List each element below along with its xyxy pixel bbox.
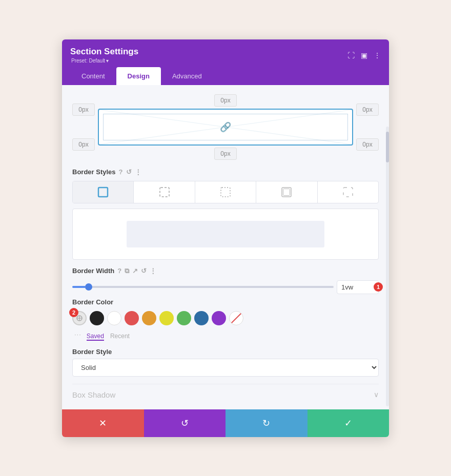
svg-rect-7 <box>343 188 353 197</box>
border-style-dotted[interactable] <box>195 181 256 203</box>
color-swatches: 2 <box>72 311 379 325</box>
color-picker-swatch-wrapper: 2 <box>72 311 87 325</box>
box-shadow-row[interactable]: Box Shadow ∨ <box>72 384 379 401</box>
reset-button[interactable]: ↺ <box>144 409 226 437</box>
scrollbar-track <box>386 127 389 406</box>
help-bw-icon[interactable]: ? <box>117 267 121 275</box>
panel-header: Section Settings Preset: Default▾ ⛶ ▣ ⋮ … <box>62 39 389 85</box>
color-swatch-orange[interactable] <box>142 311 156 325</box>
tab-content[interactable]: Content <box>70 67 116 85</box>
panel-title-group: Section Settings Preset: Default▾ <box>70 47 138 64</box>
border-width-range <box>72 286 334 288</box>
border-width-label: Border Width ? ⧉ ↗ ↺ ⋮ <box>72 267 379 275</box>
border-width-input-wrap: 1 <box>337 280 379 294</box>
color-swatch-white[interactable] <box>107 311 121 325</box>
padding-box: 🔗 <box>98 109 353 146</box>
border-style-select-wrap: Border Style Solid Dashed Dotted Double … <box>72 348 379 377</box>
padding-left-top[interactable]: 0px <box>72 104 95 116</box>
reset-border-style-icon[interactable]: ↺ <box>126 168 132 176</box>
color-swatch-green[interactable] <box>177 311 191 325</box>
more-border-style-icon[interactable]: ⋮ <box>135 168 141 176</box>
more-bw-icon[interactable]: ⋮ <box>150 267 156 275</box>
help-icon[interactable]: ? <box>119 168 123 176</box>
tab-design[interactable]: Design <box>116 67 161 85</box>
border-width-input[interactable] <box>337 280 379 294</box>
border-style-select-label: Border Style <box>72 348 379 356</box>
cancel-button[interactable]: ✕ <box>62 409 144 437</box>
border-color-section: Border Color 2 <box>72 298 379 341</box>
fullscreen-icon[interactable]: ⛶ <box>347 51 355 59</box>
color-tab-saved[interactable]: Saved <box>87 333 104 341</box>
border-preview-inner <box>127 221 324 247</box>
split-view-icon[interactable]: ▣ <box>361 51 367 59</box>
padding-right-bottom[interactable]: 0px <box>356 138 379 151</box>
color-tabs: Saved Recent <box>87 333 130 341</box>
color-swatch-none[interactable] <box>229 311 243 325</box>
border-color-label: Border Color <box>72 298 379 306</box>
header-icons: ⛶ ▣ ⋮ <box>347 51 381 59</box>
box-shadow-label: Box Shadow <box>72 390 115 399</box>
panel-tabs: Content Design Advanced <box>70 67 381 85</box>
more-icon[interactable]: ⋮ <box>374 51 381 59</box>
link-bw-icon[interactable]: ↗ <box>132 267 138 275</box>
svg-rect-4 <box>221 188 230 197</box>
border-width-slider[interactable] <box>72 286 334 288</box>
border-width-field: 1 <box>72 280 379 294</box>
border-style-none[interactable] <box>318 181 378 203</box>
scrollbar-thumb[interactable] <box>386 132 389 162</box>
tab-advanced[interactable]: Advanced <box>161 67 213 85</box>
color-swatch-yellow[interactable] <box>159 311 174 325</box>
redo-button[interactable]: ↻ <box>225 409 308 437</box>
save-button[interactable]: ✓ <box>308 409 389 437</box>
padding-bottom[interactable]: 0px <box>214 148 237 160</box>
panel-footer: ✕ ↺ ↻ ✓ <box>62 409 389 437</box>
border-style-dashed[interactable] <box>134 181 195 203</box>
color-swatch-purple[interactable] <box>212 311 226 325</box>
padding-visual: 0px 0px 0px 🔗 0px 0px 0 <box>72 94 379 160</box>
border-styles-label: Border Styles ? ↺ ⋮ <box>72 168 379 176</box>
padding-left-bottom[interactable]: 0px <box>72 138 95 151</box>
padding-right-top[interactable]: 0px <box>356 104 379 116</box>
svg-rect-6 <box>283 189 290 195</box>
border-style-select[interactable]: Solid Dashed Dotted Double None <box>72 359 379 377</box>
color-swatch-blue[interactable] <box>194 311 209 325</box>
svg-rect-2 <box>98 188 108 197</box>
preset-label[interactable]: Preset: Default▾ <box>70 57 138 64</box>
padding-top[interactable]: 0px <box>214 94 237 107</box>
svg-line-11 <box>230 312 243 325</box>
panel-body: 0px 0px 0px 🔗 0px 0px 0 <box>62 85 389 409</box>
more-colors-btn[interactable]: ··· <box>74 330 81 338</box>
color-swatch-red[interactable] <box>125 311 139 325</box>
border-style-double[interactable] <box>256 181 317 203</box>
border-style-solid[interactable] <box>73 181 134 203</box>
border-preview <box>72 209 379 260</box>
border-width-badge: 1 <box>374 282 383 292</box>
box-shadow-chevron[interactable]: ∨ <box>374 390 379 399</box>
color-swatch-black[interactable] <box>90 311 104 325</box>
copy-bw-icon[interactable]: ⧉ <box>125 267 129 275</box>
color-badge: 2 <box>69 308 78 317</box>
reset-bw-icon[interactable]: ↺ <box>141 267 147 275</box>
svg-rect-3 <box>160 188 169 197</box>
panel-title: Section Settings <box>70 47 138 57</box>
section-settings-panel: Section Settings Preset: Default▾ ⛶ ▣ ⋮ … <box>62 39 389 437</box>
color-tab-recent[interactable]: Recent <box>110 333 130 341</box>
border-styles-row <box>72 181 379 203</box>
